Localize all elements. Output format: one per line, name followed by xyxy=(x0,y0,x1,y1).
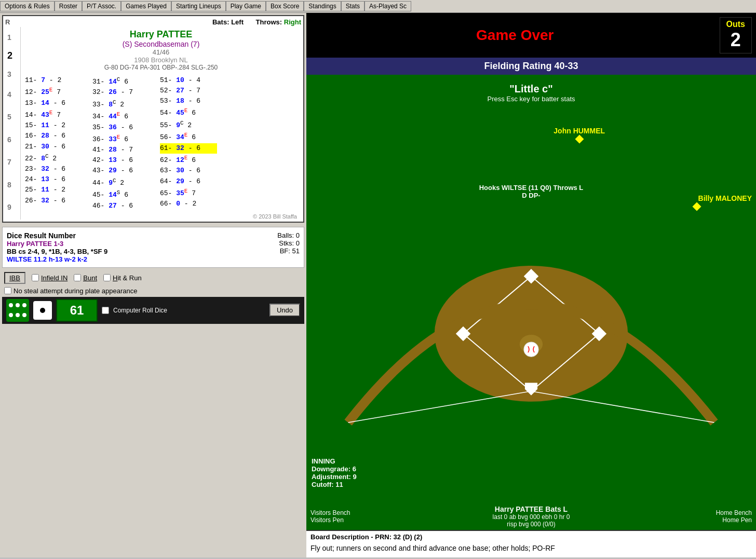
dice-roller-wrapper: 61 Computer Roll Dice Undo xyxy=(2,297,304,324)
dice-entry: 35- 36 - 6 xyxy=(92,122,150,133)
bats-value: Left xyxy=(231,18,244,26)
batter-name: Harry PATTEE Bats L xyxy=(357,505,705,513)
dot xyxy=(16,313,20,317)
single-dot xyxy=(40,308,45,313)
dice-entry: 16- 28 - 6 xyxy=(25,131,82,141)
bunt-checkbox-label[interactable]: Bunt xyxy=(74,274,97,282)
nav-games-played[interactable]: Games Played xyxy=(121,1,171,11)
row-num-1: 1 xyxy=(7,33,18,42)
rf-name: John HUMMEL xyxy=(554,127,605,135)
dice-entry: 13- 14 - 6 xyxy=(25,98,82,108)
cutoff-line: Cutoff: 11 xyxy=(312,481,357,488)
home-bench-label: Home Bench Home Pen xyxy=(705,509,752,524)
nav-as-played[interactable]: As-Played Sc xyxy=(365,1,411,11)
ibb-button[interactable]: IBB xyxy=(4,272,25,284)
hit-run-checkbox[interactable] xyxy=(103,274,111,281)
dice-col-3: 51- 10 - 4 52- 27 - 7 53- 18 - 6 54- 45E… xyxy=(160,75,217,211)
dot xyxy=(9,303,13,307)
dice-entry: 42- 13 - 6 xyxy=(92,155,150,166)
hit-run-label: Hit & Run xyxy=(113,274,142,282)
dice-entry: 15- 11 - 2 xyxy=(25,120,82,131)
pitcher-line1: Hooks WILTSE (11 Q0) Throws L xyxy=(479,184,584,192)
no-steal-checkbox-label[interactable]: No steal attempt during plate appearance xyxy=(4,287,138,295)
bats-throws: Bats: Left Throws: Right xyxy=(212,18,301,26)
player-fraction: 41/46 xyxy=(21,48,301,56)
pitcher-text: Hooks WILTSE (11 Q0) Throws L D DP- xyxy=(479,184,584,199)
dice-entry: 22- 8C 2 xyxy=(25,152,82,164)
row-indicator: R xyxy=(5,18,10,26)
throws-value: Right xyxy=(284,18,301,26)
row-num-8: 8 xyxy=(7,178,18,192)
nav-box-score[interactable]: Box Score xyxy=(266,1,304,11)
undo-button[interactable]: Undo xyxy=(269,304,300,317)
infield-in-label: Infield IN xyxy=(41,274,68,282)
dot xyxy=(9,313,13,317)
row-numbers: 1 2 3 4 5 6 7 8 9 xyxy=(5,27,21,220)
right-panel: Game Over Outs 2 Fielding Rating 40-33 xyxy=(306,13,756,557)
dice-entry: 26- 32 - 6 xyxy=(25,196,82,206)
stks-count: Stks: 0 xyxy=(277,239,300,247)
dice-entry: 25- 11 - 2 xyxy=(25,185,82,195)
inning-label: INNING xyxy=(312,457,357,465)
dice-entry: 62- 12E 6 xyxy=(160,154,217,166)
player-team: 1908 Brooklyn NL xyxy=(21,56,301,64)
dice-entry: 51- 10 - 4 xyxy=(160,75,217,86)
dice-roller-controls: Computer Roll Dice xyxy=(102,307,265,314)
dice-entry: 41- 28 - 7 xyxy=(92,145,150,155)
player-position: (S) Secondbaseman (7) xyxy=(21,40,301,48)
dice-entry: 53- 18 - 6 xyxy=(160,96,217,106)
game-over-text: Game Over xyxy=(476,27,554,43)
nav-pt-assoc[interactable]: P/T Assoc. xyxy=(82,1,121,11)
infield-in-checkbox[interactable] xyxy=(32,274,39,281)
no-steal-label: No steal attempt during plate appearance xyxy=(14,287,138,295)
dice-result-player: Harry PATTEE 1-3 xyxy=(7,240,107,248)
computer-roll-row: Computer Roll Dice xyxy=(102,307,265,314)
dice-entry: 44- 9C 2 xyxy=(92,176,150,188)
dice-entry: 33- 8C 2 xyxy=(92,98,150,110)
computer-roll-checkbox[interactable] xyxy=(102,307,109,314)
nav-starting-lineups[interactable]: Starting Lineups xyxy=(171,1,226,11)
dice-entry: 36- 33E 6 xyxy=(92,133,150,145)
dice-entry: 52- 27 - 7 xyxy=(160,86,217,96)
no-steal-checkbox[interactable] xyxy=(4,287,11,294)
dice-entry: 66- 0 - 2 xyxy=(160,199,217,209)
player-card: R Bats: Left Throws: Right 1 2 3 4 5 6 xyxy=(2,15,304,223)
controls-row-2: No steal attempt during plate appearance xyxy=(4,287,302,295)
throws-label: Throws: xyxy=(256,18,282,26)
dice-table: 11- 7 - 2 12- 25E 7 13- 14 - 6 14- 43E 7… xyxy=(21,73,301,213)
field-popup-title: "Little c" xyxy=(487,83,575,95)
dice-col-2: 31- 14C 6 32- 26 - 7 33- 8C 2 34- 44E 6 … xyxy=(92,75,150,211)
outs-section: Outs 2 xyxy=(720,17,752,53)
bunt-checkbox[interactable] xyxy=(74,274,81,281)
row-num-7: 7 xyxy=(7,155,18,169)
field-popup: "Little c" Press Esc key for batter stat… xyxy=(487,83,575,103)
dot xyxy=(16,303,20,307)
player-stats-line: G-80 DG-74 PA-301 OBP-.284 SLG-.250 xyxy=(21,64,301,71)
player-name-section: Harry PATTEE (S) Secondbaseman (7) 41/46… xyxy=(21,29,301,71)
fielding-bar: Fielding Rating 40-33 xyxy=(306,58,756,75)
adjustment-line: Adjustment: 9 xyxy=(312,473,357,481)
infield-in-checkbox-label[interactable]: Infield IN xyxy=(32,274,68,282)
dice-entry: 54- 45E 6 xyxy=(160,106,217,118)
player-name: Harry PATTEE xyxy=(21,29,301,40)
dice-entry: 65- 35E 7 xyxy=(160,187,217,199)
nav-roster[interactable]: Roster xyxy=(55,1,82,11)
nav-play-game[interactable]: Play Game xyxy=(226,1,266,11)
dice-result-section: Dice Result Number Harry PATTEE 1-3 BB c… xyxy=(2,227,304,268)
visitors-bench-label: Visitors Bench Visitors Pen xyxy=(310,509,357,524)
dot xyxy=(22,313,26,317)
hit-run-checkbox-label[interactable]: Hit & Run xyxy=(103,274,142,282)
nav-standings[interactable]: Standings xyxy=(304,1,341,11)
dice-result-counts: Balls: 0 Stks: 0 BF: 51 xyxy=(277,231,300,263)
field-area: "Little c" Press Esc key for batter stat… xyxy=(306,75,756,530)
nav-bar: Options & Rules Roster P/T Assoc. Games … xyxy=(0,0,756,13)
downgrade-line: Downgrade: 6 xyxy=(312,465,357,473)
nav-options-rules[interactable]: Options & Rules xyxy=(0,1,55,11)
board-desc-text: Fly out; runners on second and third adv… xyxy=(310,541,752,555)
dice-col-1: 11- 7 - 2 12- 25E 7 13- 14 - 6 14- 43E 7… xyxy=(25,75,82,211)
board-desc-label: Board Description - PRN: 32 (D) (2) xyxy=(310,533,752,541)
player-rf-label: John HUMMEL xyxy=(554,127,605,135)
dice-entry: 56- 34E 6 xyxy=(160,131,217,143)
batter-stats-section: Harry PATTEE Bats L last 0 ab bvg 000 eb… xyxy=(357,505,705,528)
nav-stats[interactable]: Stats xyxy=(341,1,365,11)
